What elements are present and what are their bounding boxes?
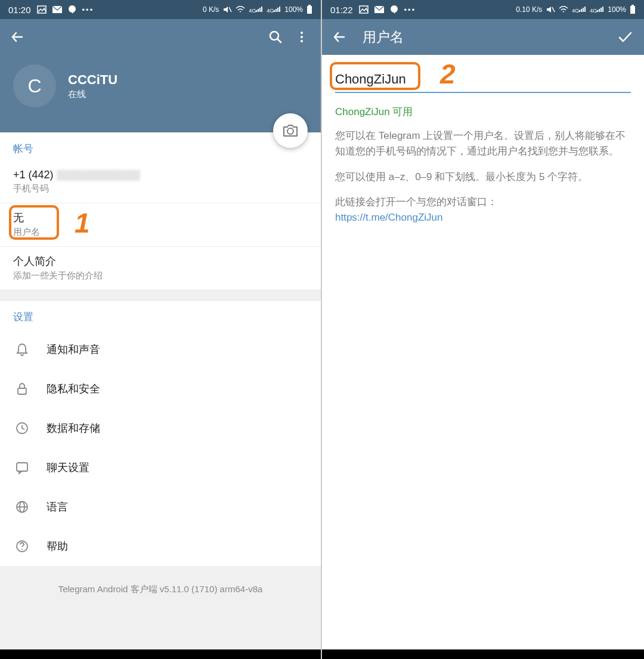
mute-icon (222, 5, 232, 14)
annotation-marker-2: 2 (440, 58, 456, 90)
hangouts-icon (68, 5, 76, 14)
more-button[interactable] (291, 26, 312, 48)
svg-rect-25 (631, 5, 634, 6)
signal1-icon: 4G (249, 5, 263, 14)
image-icon (359, 5, 369, 14)
setting-label: 隐私和安全 (47, 382, 100, 396)
svg-rect-4 (307, 6, 312, 14)
setting-row-language[interactable]: 语言 (0, 487, 321, 527)
setting-label: 通知和声音 (47, 342, 100, 357)
phone-value: +1 (442) (13, 169, 308, 181)
status-bar: 01:20 ••• 0 K/s 4G 4G 100% (0, 0, 321, 19)
search-button[interactable] (265, 26, 286, 48)
help-icon (13, 537, 31, 555)
phone-row[interactable]: +1 (442) 手机号码 (0, 162, 321, 203)
setting-row-privacy[interactable]: 隐私和安全 (0, 369, 321, 409)
battery-pct: 100% (284, 5, 303, 14)
setting-row-data[interactable]: 数据和存储 (0, 409, 321, 448)
nav-bar (322, 649, 644, 659)
svg-line-7 (277, 39, 281, 42)
setting-row-chat[interactable]: 聊天设置 (0, 448, 321, 487)
wifi-icon (559, 6, 568, 13)
more-icon: ••• (404, 5, 416, 14)
svg-point-2 (69, 5, 76, 13)
chat-icon (13, 459, 31, 477)
battery-pct: 100% (608, 5, 626, 14)
username-row[interactable]: 无 用户名 1 (0, 203, 321, 247)
camera-fab[interactable] (273, 113, 308, 148)
hangouts-icon (390, 5, 398, 14)
setting-row-help[interactable]: 帮助 (0, 527, 321, 566)
svg-point-11 (287, 128, 293, 134)
bio-label: 添加一些关于你的介绍 (13, 270, 308, 281)
lock-icon (13, 380, 31, 398)
svg-rect-14 (17, 463, 27, 471)
svg-line-3 (229, 7, 231, 12)
svg-point-22 (391, 5, 398, 13)
back-button[interactable] (330, 28, 348, 46)
globe-icon (13, 498, 31, 516)
avatar[interactable]: C (13, 64, 56, 107)
settings-section: 设置 通知和声音 隐私和安全 数据和存储 聊天设置 语言 帮助 (0, 301, 321, 566)
mail-icon (374, 6, 384, 13)
signal1-icon: 4G (572, 5, 586, 14)
status-bar: 01:22 ••• 0.10 K/s 4G 4G 100% (322, 0, 644, 19)
net-speed: 0.10 K/s (516, 5, 542, 14)
settings-label: 设置 (0, 301, 321, 330)
svg-rect-5 (308, 5, 311, 6)
annotation-box-2 (330, 62, 420, 90)
more-icon: ••• (82, 5, 94, 14)
section-divider (0, 290, 321, 301)
confirm-button[interactable] (614, 26, 636, 48)
info-text-1: 您可以在 Telegram 上设置一个用户名。设置后，别人将能够在不知道您的手机… (322, 119, 644, 160)
svg-point-9 (301, 36, 303, 38)
phone-label: 手机号码 (13, 183, 308, 194)
setting-row-notifications[interactable]: 通知和声音 (0, 330, 321, 369)
wifi-icon (236, 6, 245, 13)
profile-header: C CCCiTU 在线 (0, 55, 321, 132)
battery-icon (630, 5, 636, 14)
setting-label: 帮助 (47, 539, 68, 553)
annotation-box-1 (9, 205, 59, 240)
svg-point-19 (21, 549, 23, 550)
screen-username: 01:22 ••• 0.10 K/s 4G 4G 100% 用户名 2 Chon… (322, 0, 644, 659)
svg-point-10 (301, 40, 303, 42)
svg-line-23 (552, 7, 555, 12)
app-bar (0, 19, 321, 55)
profile-name: CCCiTU (68, 72, 117, 88)
version-footer: Telegram Android 客户端 v5.11.0 (1710) arm6… (0, 566, 321, 649)
signal2-icon: 4G (590, 5, 604, 14)
setting-label: 数据和存储 (47, 421, 100, 435)
annotation-marker-1: 1 (75, 207, 90, 239)
svg-point-8 (301, 32, 303, 34)
battery-icon (306, 5, 312, 14)
svg-rect-24 (630, 6, 635, 14)
clock-icon (13, 419, 31, 437)
profile-status: 在线 (68, 89, 117, 100)
username-input-area: 2 (322, 55, 644, 99)
mute-icon (546, 5, 555, 14)
bell-icon (13, 341, 31, 358)
image-icon (37, 5, 47, 14)
back-button[interactable] (8, 28, 26, 46)
status-time: 01:22 (330, 5, 353, 15)
info-text-3: 此链接会打开一个与您的对话窗口： https://t.me/ChongZiJun (322, 185, 644, 226)
screen-settings: 01:20 ••• 0 K/s 4G 4G 100% C (0, 0, 322, 659)
account-section: 帐号 +1 (442) 手机号码 无 用户名 1 个人简介 添加一些关于你的介绍 (0, 132, 321, 290)
bio-row[interactable]: 个人简介 添加一些关于你的介绍 (0, 247, 321, 290)
info-text-2: 您可以使用 a–z、0–9 和下划线。最小长度为 5 个字符。 (322, 160, 644, 185)
mail-icon (52, 6, 62, 13)
availability-text: ChongZiJun 可用 (322, 99, 644, 119)
signal2-icon: 4G (267, 5, 281, 14)
account-label: 帐号 (0, 132, 321, 162)
svg-rect-12 (18, 388, 26, 394)
setting-label: 聊天设置 (47, 460, 89, 475)
setting-label: 语言 (47, 500, 68, 514)
page-title: 用户名 (363, 28, 609, 47)
profile-link[interactable]: https://t.me/ChongZiJun (335, 212, 442, 223)
app-bar: 用户名 (322, 19, 644, 55)
net-speed: 0 K/s (203, 5, 219, 14)
bio-value: 个人简介 (13, 254, 308, 268)
nav-bar (0, 649, 321, 659)
status-time: 01:20 (8, 5, 31, 15)
